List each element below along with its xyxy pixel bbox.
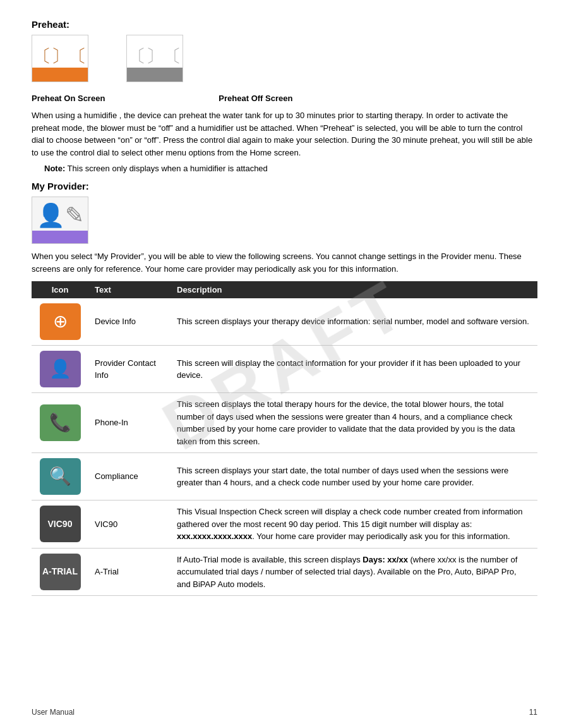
col-desc-header: Description — [171, 281, 537, 298]
col-text-header: Text — [88, 281, 171, 298]
preheat-on-bar — [32, 68, 88, 82]
table-cell-description: If Auto-Trial mode is available, this sc… — [171, 548, 537, 596]
row-icon-box: 👤 — [40, 351, 81, 387]
table-cell-description: This screen displays your therapy device… — [171, 298, 537, 346]
provider-person-icon: 👤✎ — [37, 202, 84, 229]
row-icon-box: VIC90 — [40, 506, 81, 542]
provider-icon-block: 👤✎ — [32, 197, 88, 244]
provider-heading: My Provider: — [32, 181, 537, 191]
preheat-body-text: When using a humidifie , the device can … — [32, 109, 537, 159]
table-cell-description: This screen displays the total therapy h… — [171, 393, 537, 453]
table-cell-icon: ⊕ — [32, 298, 88, 346]
steam-off-icon: 〔〕〔 — [128, 47, 181, 65]
provider-icon-bar — [32, 231, 88, 243]
col-icon-header: Icon — [32, 281, 88, 298]
table-cell-text: Phone-In — [88, 393, 171, 453]
row-icon-box: 📞 — [40, 404, 81, 441]
table-row: 📞Phone-InThis screen displays the total … — [32, 393, 537, 453]
table-cell-text: A-Trial — [88, 548, 171, 596]
row-icon-box: ⊕ — [40, 303, 81, 340]
preheat-labels-row: Preheat On Screen Preheat Off Screen — [32, 91, 537, 103]
table-cell-icon: 🔍 — [32, 453, 88, 500]
preheat-off-icon: 〔〕〔 — [126, 35, 183, 82]
preheat-on-block: 〔〕〔 — [32, 35, 88, 85]
table-cell-description: This screen will display the contact inf… — [171, 346, 537, 393]
provider-icon-inner: 👤✎ — [32, 197, 88, 243]
preheat-images-row: 〔〕〔 〔〕〔 — [32, 35, 537, 85]
provider-body-text: When you select “My Provider”, you will … — [32, 250, 537, 275]
note-label: Note: — [44, 164, 65, 173]
note-body-text: This screen only displays when a humidif… — [68, 164, 268, 173]
preheat-on-label: Preheat On Screen — [32, 94, 105, 103]
info-table: Icon Text Description ⊕Device InfoThis s… — [32, 281, 537, 596]
preheat-off-block: 〔〕〔 — [126, 35, 183, 85]
preheat-on-icon: 〔〕〔 — [32, 35, 88, 82]
table-cell-icon: A-TRIAL — [32, 548, 88, 596]
table-row: VIC90VIC90This Visual Inspection Check s… — [32, 500, 537, 549]
table-cell-description: This screen displays your start date, th… — [171, 453, 537, 500]
table-cell-text: Compliance — [88, 453, 171, 500]
preheat-off-label: Preheat Off Screen — [219, 94, 292, 103]
table-cell-description: This Visual Inspection Check screen will… — [171, 500, 537, 549]
preheat-note: Note: This screen only displays when a h… — [44, 164, 537, 173]
preheat-off-bar — [127, 68, 183, 82]
footer-page: 11 — [529, 708, 537, 717]
table-row: ⊕Device InfoThis screen displays your th… — [32, 298, 537, 346]
row-icon-box: 🔍 — [40, 458, 81, 495]
table-row: A-TRIALA-TrialIf Auto-Trial mode is avai… — [32, 548, 537, 596]
preheat-heading: Preheat: — [32, 19, 537, 30]
table-header-row: Icon Text Description — [32, 281, 537, 298]
table-cell-text: Device Info — [88, 298, 171, 346]
steam-on-icon: 〔〕〔 — [33, 47, 87, 65]
table-cell-text: VIC90 — [88, 500, 171, 549]
table-cell-text: Provider Contact Info — [88, 346, 171, 393]
table-cell-icon: 👤 — [32, 346, 88, 393]
footer-label: User Manual — [32, 708, 75, 717]
table-cell-icon: VIC90 — [32, 500, 88, 549]
table-row: 🔍ComplianceThis screen displays your sta… — [32, 453, 537, 500]
table-row: 👤Provider Contact InfoThis screen will d… — [32, 346, 537, 393]
table-cell-icon: 📞 — [32, 393, 88, 453]
row-icon-box: A-TRIAL — [40, 554, 81, 590]
